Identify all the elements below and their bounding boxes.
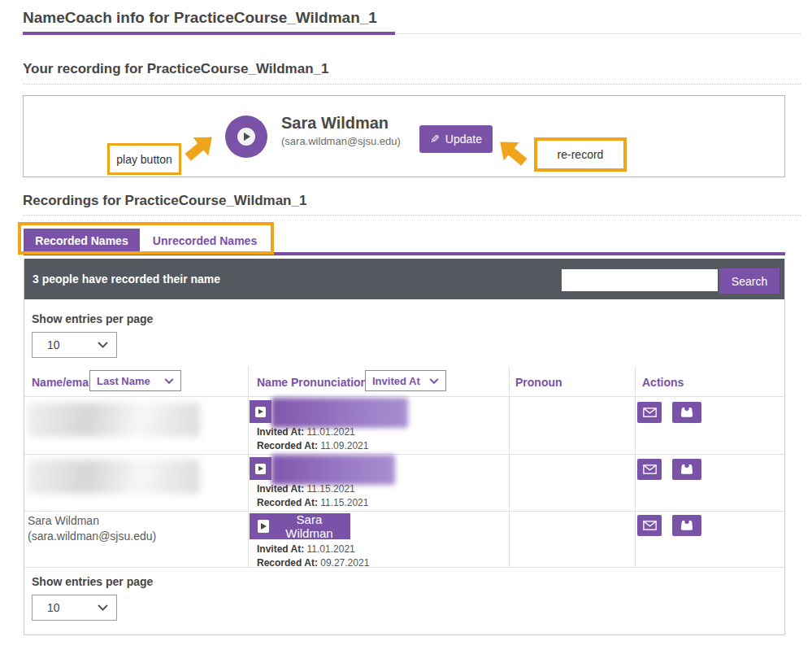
update-button[interactable]: ✎Update bbox=[419, 125, 493, 153]
play-button-annotation: play button bbox=[107, 143, 181, 175]
email-action-button[interactable] bbox=[637, 402, 662, 423]
name-sort-select[interactable]: Last Name bbox=[89, 370, 181, 391]
redacted-name bbox=[28, 403, 200, 437]
play-icon bbox=[255, 407, 266, 417]
column-header-actions: Actions bbox=[642, 376, 684, 389]
namecoach-page: NameCoach info for PracticeCourse_Wildma… bbox=[0, 0, 812, 654]
recordings-heading: Recordings for PracticeCourse_Wildman_1 bbox=[23, 193, 306, 209]
recorded-at: Recorded At: 11.09.2021 bbox=[257, 440, 368, 451]
heading-divider bbox=[23, 84, 801, 85]
row-divider bbox=[24, 396, 784, 397]
row-person-email: (sara.wildman@sjsu.edu) bbox=[28, 530, 156, 543]
play-pronunciation-button[interactable] bbox=[250, 457, 271, 480]
inbox-icon bbox=[680, 520, 694, 531]
recorded-at: Recorded At: 11.15.2021 bbox=[257, 497, 368, 508]
voicemail-action-button[interactable] bbox=[672, 515, 701, 536]
chevron-down-icon bbox=[429, 378, 439, 384]
redacted-recording-bar[interactable] bbox=[271, 455, 395, 485]
entries-per-page-label: Show entries per page bbox=[32, 312, 153, 325]
pencil-icon: ✎ bbox=[430, 133, 440, 146]
redacted-name bbox=[28, 460, 200, 494]
play-pronunciation-button[interactable] bbox=[250, 400, 271, 423]
envelope-icon bbox=[643, 521, 657, 530]
pronunciation-sort-select[interactable]: Invited At bbox=[365, 370, 446, 391]
chevron-down-icon bbox=[98, 342, 108, 348]
inbox-icon bbox=[680, 464, 694, 475]
row-divider bbox=[24, 567, 784, 568]
play-recording-button[interactable] bbox=[225, 116, 267, 158]
inbox-icon bbox=[680, 407, 694, 418]
row-divider bbox=[24, 454, 784, 455]
annotation-arrow-icon bbox=[490, 130, 534, 173]
invited-at: Invited At: 11.15.2021 bbox=[257, 483, 355, 495]
tabs-annotation-box bbox=[18, 222, 274, 255]
invited-at: Invited At: 11.01.2021 bbox=[257, 543, 355, 555]
chevron-down-icon bbox=[164, 378, 174, 384]
row-person-name: Sara Wildman bbox=[28, 514, 99, 527]
invited-at: Invited At: 11.01.2021 bbox=[257, 426, 355, 438]
play-pronunciation-button[interactable]: Sara Wildman bbox=[250, 513, 350, 539]
redacted-recording-bar[interactable] bbox=[271, 398, 408, 428]
envelope-icon bbox=[643, 408, 657, 417]
annotation-arrow-icon bbox=[178, 125, 222, 168]
voicemail-action-button[interactable] bbox=[672, 402, 701, 423]
entries-per-page-select[interactable]: 10 bbox=[32, 332, 117, 358]
column-header-pronoun[interactable]: Pronoun bbox=[515, 376, 562, 389]
entries-per-page-select[interactable]: 10 bbox=[32, 595, 117, 621]
recordings-table-container: 3 people have recorded their name Search… bbox=[24, 259, 785, 635]
play-icon bbox=[258, 520, 269, 533]
column-header-name-pronunciation[interactable]: Name Pronunciation bbox=[257, 376, 367, 389]
email-action-button[interactable] bbox=[637, 515, 662, 536]
envelope-icon bbox=[643, 464, 657, 474]
recorded-at: Recorded At: 09.27.2021 bbox=[257, 557, 369, 569]
play-icon bbox=[237, 128, 255, 146]
page-title: NameCoach info for PracticeCourse_Wildma… bbox=[23, 9, 377, 27]
heading-divider bbox=[23, 215, 801, 216]
search-button[interactable]: Search bbox=[719, 268, 779, 294]
recorded-count-status: 3 people have recorded their name bbox=[33, 272, 220, 286]
chevron-down-icon bbox=[98, 604, 108, 611]
rerecord-annotation: re-record bbox=[534, 137, 627, 172]
entries-per-page-label: Show entries per page bbox=[32, 575, 153, 588]
title-underline bbox=[23, 32, 395, 35]
table-toolbar: 3 people have recorded their name Search bbox=[24, 259, 784, 299]
column-header-name-email[interactable]: Name/email bbox=[32, 376, 95, 389]
search-input[interactable] bbox=[562, 269, 718, 291]
recording-person-name: Sara Wildman bbox=[281, 114, 389, 133]
voicemail-action-button[interactable] bbox=[672, 459, 701, 480]
row-divider bbox=[24, 511, 784, 512]
email-action-button[interactable] bbox=[637, 459, 662, 480]
play-icon bbox=[255, 464, 266, 474]
your-recording-heading: Your recording for PracticeCourse_Wildma… bbox=[23, 61, 328, 77]
recording-card: Sara Wildman (sara.wildman@sjsu.edu) ✎Up… bbox=[23, 95, 785, 177]
recording-person-email: (sara.wildman@sjsu.edu) bbox=[281, 135, 401, 147]
